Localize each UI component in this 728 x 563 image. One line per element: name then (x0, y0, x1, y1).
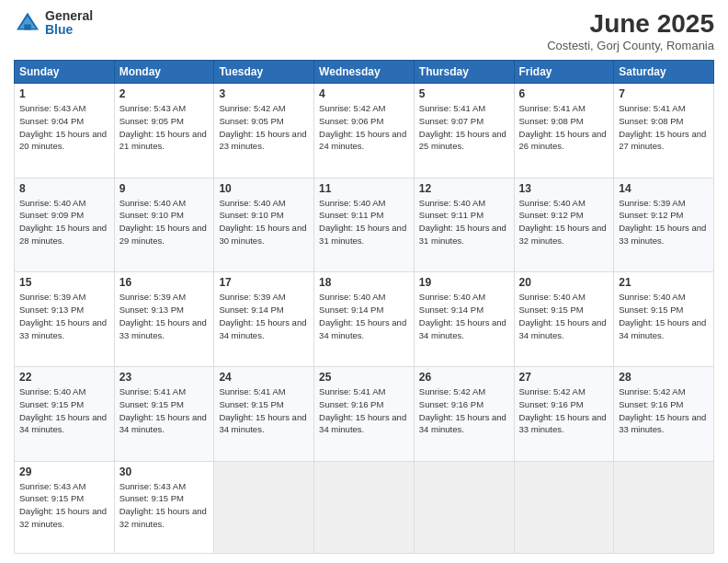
page: General Blue June 2025 Costesti, Gorj Co… (0, 0, 728, 563)
table-row: 15 Sunrise: 5:39 AMSunset: 9:13 PMDaylig… (15, 272, 115, 367)
cell-content: Sunrise: 5:40 AMSunset: 9:15 PMDaylight:… (519, 291, 609, 341)
cell-content: Sunrise: 5:39 AMSunset: 9:13 PMDaylight:… (119, 291, 210, 341)
table-row: 26 Sunrise: 5:42 AMSunset: 9:16 PMDaylig… (414, 367, 514, 462)
table-row: 27 Sunrise: 5:42 AMSunset: 9:16 PMDaylig… (514, 367, 614, 462)
table-row: 5 Sunrise: 5:41 AMSunset: 9:07 PMDayligh… (414, 84, 514, 178)
table-row: 13 Sunrise: 5:40 AMSunset: 9:12 PMDaylig… (514, 178, 614, 272)
day-number: 2 (119, 87, 210, 100)
table-row: 22 Sunrise: 5:40 AMSunset: 9:15 PMDaylig… (15, 367, 115, 462)
day-number: 10 (219, 182, 309, 195)
day-number: 26 (419, 371, 509, 384)
table-row: 11 Sunrise: 5:40 AMSunset: 9:11 PMDaylig… (314, 178, 415, 272)
cell-content: Sunrise: 5:43 AMSunset: 9:05 PMDaylight:… (119, 102, 210, 153)
table-row: 28 Sunrise: 5:42 AMSunset: 9:16 PMDaylig… (614, 367, 714, 462)
day-number: 14 (619, 182, 709, 195)
cell-content: Sunrise: 5:43 AMSunset: 9:04 PMDaylight:… (19, 102, 109, 153)
cell-content: Sunrise: 5:42 AMSunset: 9:16 PMDaylight:… (519, 385, 609, 436)
table-row: 14 Sunrise: 5:39 AMSunset: 9:12 PMDaylig… (614, 178, 714, 272)
cell-content: Sunrise: 5:41 AMSunset: 9:16 PMDaylight:… (319, 385, 409, 436)
table-row: 20 Sunrise: 5:40 AMSunset: 9:15 PMDaylig… (514, 272, 614, 367)
day-number: 18 (319, 276, 409, 289)
day-number: 29 (19, 465, 109, 478)
day-number: 4 (319, 87, 409, 100)
day-number: 1 (19, 87, 109, 100)
day-number: 3 (219, 87, 309, 100)
calendar-header-row: Sunday Monday Tuesday Wednesday Thursday… (15, 61, 714, 84)
month-title: June 2025 (547, 9, 714, 39)
header-saturday: Saturday (614, 61, 714, 84)
cell-content: Sunrise: 5:40 AMSunset: 9:14 PMDaylight:… (419, 291, 509, 341)
cell-content: Sunrise: 5:41 AMSunset: 9:08 PMDaylight:… (519, 102, 609, 153)
logo: General Blue (14, 9, 93, 38)
header: General Blue June 2025 Costesti, Gorj Co… (14, 9, 714, 52)
table-row: 25 Sunrise: 5:41 AMSunset: 9:16 PMDaylig… (314, 367, 415, 462)
logo-general: General (45, 9, 93, 23)
table-row: 17 Sunrise: 5:39 AMSunset: 9:14 PMDaylig… (214, 272, 314, 367)
table-row: 9 Sunrise: 5:40 AMSunset: 9:10 PMDayligh… (114, 178, 214, 272)
day-number: 17 (219, 276, 309, 289)
logo-icon (14, 9, 41, 37)
cell-content: Sunrise: 5:39 AMSunset: 9:13 PMDaylight:… (19, 291, 109, 341)
cell-content: Sunrise: 5:41 AMSunset: 9:15 PMDaylight:… (119, 385, 210, 436)
cell-content: Sunrise: 5:41 AMSunset: 9:15 PMDaylight:… (219, 385, 309, 436)
table-row: 1 Sunrise: 5:43 AMSunset: 9:04 PMDayligh… (15, 84, 115, 178)
table-row (614, 461, 714, 553)
day-number: 19 (419, 276, 509, 289)
table-row: 3 Sunrise: 5:42 AMSunset: 9:05 PMDayligh… (214, 84, 314, 178)
cell-content: Sunrise: 5:39 AMSunset: 9:12 PMDaylight:… (619, 197, 709, 247)
header-wednesday: Wednesday (314, 61, 415, 84)
table-row: 10 Sunrise: 5:40 AMSunset: 9:10 PMDaylig… (214, 178, 314, 272)
header-friday: Friday (514, 61, 614, 84)
logo-blue: Blue (45, 23, 93, 37)
cell-content: Sunrise: 5:40 AMSunset: 9:11 PMDaylight:… (419, 197, 509, 247)
day-number: 16 (119, 276, 210, 289)
cell-content: Sunrise: 5:40 AMSunset: 9:10 PMDaylight:… (219, 197, 309, 247)
day-number: 6 (519, 87, 609, 100)
day-number: 11 (319, 182, 409, 195)
table-row: 19 Sunrise: 5:40 AMSunset: 9:14 PMDaylig… (414, 272, 514, 367)
day-number: 5 (419, 87, 509, 100)
cell-content: Sunrise: 5:40 AMSunset: 9:09 PMDaylight:… (19, 197, 109, 247)
cell-content: Sunrise: 5:40 AMSunset: 9:14 PMDaylight:… (319, 291, 409, 341)
title-section: June 2025 Costesti, Gorj County, Romania (547, 9, 714, 52)
cell-content: Sunrise: 5:42 AMSunset: 9:16 PMDaylight:… (619, 385, 709, 436)
table-row (214, 461, 314, 553)
table-row: 23 Sunrise: 5:41 AMSunset: 9:15 PMDaylig… (114, 367, 214, 462)
table-row: 29 Sunrise: 5:43 AMSunset: 9:15 PMDaylig… (15, 461, 115, 553)
cell-content: Sunrise: 5:43 AMSunset: 9:15 PMDaylight:… (119, 480, 210, 531)
cell-content: Sunrise: 5:41 AMSunset: 9:07 PMDaylight:… (419, 102, 509, 153)
cell-content: Sunrise: 5:40 AMSunset: 9:15 PMDaylight:… (619, 291, 709, 341)
cell-content: Sunrise: 5:40 AMSunset: 9:12 PMDaylight:… (519, 197, 609, 247)
day-number: 13 (519, 182, 609, 195)
cell-content: Sunrise: 5:42 AMSunset: 9:16 PMDaylight:… (419, 385, 509, 436)
calendar-table: Sunday Monday Tuesday Wednesday Thursday… (14, 60, 714, 554)
cell-content: Sunrise: 5:40 AMSunset: 9:10 PMDaylight:… (119, 197, 210, 247)
table-row: 8 Sunrise: 5:40 AMSunset: 9:09 PMDayligh… (15, 178, 115, 272)
table-row: 6 Sunrise: 5:41 AMSunset: 9:08 PMDayligh… (514, 84, 614, 178)
table-row: 2 Sunrise: 5:43 AMSunset: 9:05 PMDayligh… (114, 84, 214, 178)
header-sunday: Sunday (15, 61, 115, 84)
cell-content: Sunrise: 5:39 AMSunset: 9:14 PMDaylight:… (219, 291, 309, 341)
header-tuesday: Tuesday (214, 61, 314, 84)
day-number: 20 (519, 276, 609, 289)
day-number: 9 (119, 182, 210, 195)
day-number: 28 (619, 371, 709, 384)
cell-content: Sunrise: 5:42 AMSunset: 9:05 PMDaylight:… (219, 102, 309, 153)
day-number: 21 (619, 276, 709, 289)
day-number: 30 (119, 465, 210, 478)
table-row (414, 461, 514, 553)
day-number: 27 (519, 371, 609, 384)
table-row: 7 Sunrise: 5:41 AMSunset: 9:08 PMDayligh… (614, 84, 714, 178)
day-number: 25 (319, 371, 409, 384)
cell-content: Sunrise: 5:40 AMSunset: 9:15 PMDaylight:… (19, 385, 109, 436)
table-row (514, 461, 614, 553)
cell-content: Sunrise: 5:40 AMSunset: 9:11 PMDaylight:… (319, 197, 409, 247)
logo-text: General Blue (45, 9, 93, 38)
table-row: 18 Sunrise: 5:40 AMSunset: 9:14 PMDaylig… (314, 272, 415, 367)
day-number: 24 (219, 371, 309, 384)
table-row (314, 461, 415, 553)
table-row: 4 Sunrise: 5:42 AMSunset: 9:06 PMDayligh… (314, 84, 415, 178)
table-row: 30 Sunrise: 5:43 AMSunset: 9:15 PMDaylig… (114, 461, 214, 553)
cell-content: Sunrise: 5:42 AMSunset: 9:06 PMDaylight:… (319, 102, 409, 153)
day-number: 7 (619, 87, 709, 100)
